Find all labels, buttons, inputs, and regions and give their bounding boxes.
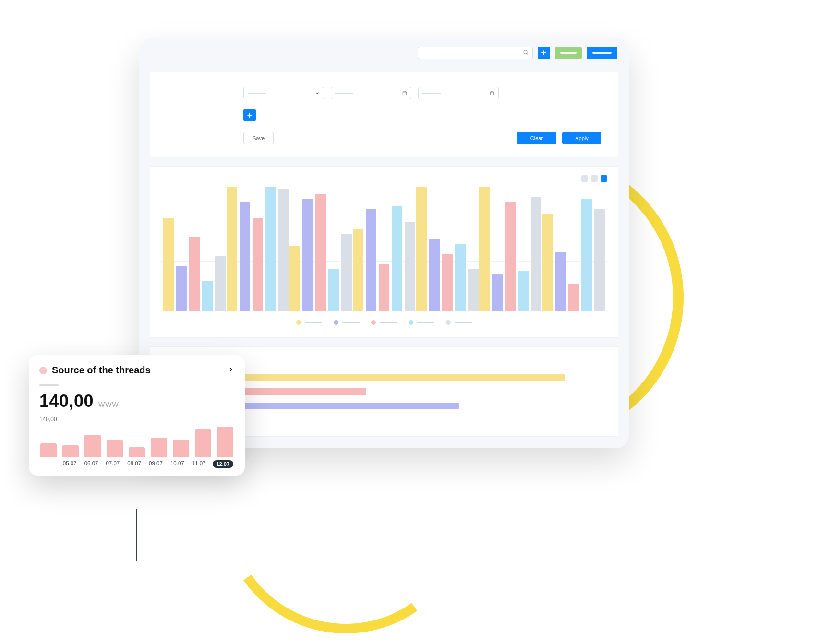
source-mini-bar-chart: 05.0706.0707.0708.0709.0710.0711.0712.07 bbox=[39, 426, 234, 468]
legend-dot bbox=[334, 320, 338, 325]
bar bbox=[555, 252, 566, 311]
bar bbox=[429, 239, 440, 311]
bar bbox=[227, 187, 237, 311]
mini-bar bbox=[84, 435, 101, 457]
hbar bbox=[239, 388, 366, 395]
card-title: Source of the threads bbox=[52, 365, 151, 376]
divider bbox=[39, 384, 59, 386]
x-tick: 05.07 bbox=[62, 460, 78, 468]
mini-bar bbox=[151, 438, 167, 457]
bar-group bbox=[163, 187, 226, 311]
topbar-green-button[interactable] bbox=[555, 47, 582, 59]
bar bbox=[163, 218, 174, 311]
add-filter-button[interactable]: + bbox=[243, 109, 256, 121]
view-option[interactable] bbox=[581, 175, 588, 182]
bar bbox=[392, 206, 402, 311]
main-chart-card bbox=[150, 166, 618, 338]
filter-date-from[interactable] bbox=[331, 87, 411, 99]
bar bbox=[215, 256, 226, 311]
clear-button[interactable]: Clear bbox=[517, 132, 556, 144]
bar bbox=[353, 229, 363, 311]
legend-item bbox=[296, 320, 322, 325]
x-tick bbox=[40, 460, 56, 468]
mini-bar bbox=[217, 427, 233, 457]
legend-item bbox=[409, 320, 434, 325]
bar bbox=[265, 187, 276, 311]
bar bbox=[531, 197, 541, 311]
x-tick: 07.07 bbox=[105, 460, 120, 468]
legend-dot bbox=[296, 320, 301, 325]
metric-value: 140,00 bbox=[39, 391, 94, 411]
chart-legend bbox=[161, 320, 607, 325]
search-input[interactable] bbox=[418, 47, 533, 59]
bar-group bbox=[479, 187, 541, 311]
mini-bar bbox=[173, 440, 189, 457]
add-button[interactable]: + bbox=[538, 47, 550, 59]
pointer-line bbox=[136, 509, 137, 561]
legend-dot bbox=[409, 320, 413, 325]
filters-panel: + Save Clear Apply bbox=[150, 72, 618, 157]
bar bbox=[176, 266, 187, 311]
legend-item bbox=[371, 320, 397, 325]
mini-bar bbox=[107, 440, 123, 457]
bar-group bbox=[416, 187, 479, 311]
button-label bbox=[560, 52, 577, 54]
plus-icon: + bbox=[247, 111, 253, 119]
filter-date-to[interactable] bbox=[418, 87, 499, 99]
bar bbox=[240, 202, 250, 311]
plus-icon: + bbox=[541, 48, 547, 57]
bar bbox=[568, 284, 579, 311]
bar bbox=[581, 199, 592, 311]
calendar-icon bbox=[490, 89, 494, 97]
bar bbox=[479, 187, 490, 311]
bar-group bbox=[353, 187, 415, 311]
filter-select[interactable] bbox=[243, 87, 324, 99]
topbar: + bbox=[139, 38, 629, 67]
bar bbox=[189, 237, 200, 311]
bar bbox=[505, 202, 516, 311]
hbar bbox=[239, 374, 565, 381]
x-tick: 10.07 bbox=[169, 460, 185, 468]
bar bbox=[328, 269, 339, 311]
bar bbox=[253, 218, 263, 311]
metric-unit: WWW bbox=[98, 401, 119, 408]
view-option[interactable] bbox=[591, 175, 598, 182]
y-axis-label: 140,00 bbox=[39, 416, 234, 423]
chevron-down-icon bbox=[315, 89, 320, 97]
save-button[interactable]: Save bbox=[243, 132, 274, 144]
bar bbox=[594, 209, 605, 311]
source-of-threads-card: Source of the threads 140,00 WWW 140,00 … bbox=[29, 355, 245, 476]
bar bbox=[302, 199, 313, 311]
mini-bar bbox=[129, 447, 145, 457]
view-option-active[interactable] bbox=[601, 175, 607, 182]
source-dot-icon bbox=[39, 367, 47, 374]
expand-button[interactable] bbox=[228, 366, 234, 375]
legend-dot bbox=[446, 320, 451, 325]
svg-point-0 bbox=[524, 50, 527, 54]
svg-line-1 bbox=[527, 53, 528, 54]
bar bbox=[341, 234, 352, 311]
main-grouped-bar-chart bbox=[161, 187, 607, 311]
bar bbox=[542, 214, 553, 311]
legend-item bbox=[446, 320, 472, 325]
button-label bbox=[592, 52, 612, 54]
apply-button[interactable]: Apply bbox=[562, 132, 601, 144]
bar bbox=[518, 271, 529, 311]
bar bbox=[202, 281, 213, 311]
x-tick: 11.07 bbox=[191, 460, 207, 468]
bar bbox=[366, 209, 376, 311]
svg-rect-6 bbox=[490, 92, 494, 95]
legend-item bbox=[334, 320, 360, 325]
bar bbox=[379, 264, 389, 311]
calendar-icon bbox=[402, 89, 407, 97]
bar bbox=[468, 269, 479, 311]
search-icon bbox=[523, 48, 529, 57]
mini-bar bbox=[195, 429, 211, 457]
metric-value-row: 140,00 WWW bbox=[39, 391, 234, 411]
bar bbox=[278, 189, 289, 311]
bar-group bbox=[289, 187, 352, 311]
hbar bbox=[239, 403, 459, 409]
legend-dot bbox=[371, 320, 376, 325]
topbar-blue-button[interactable] bbox=[587, 47, 617, 59]
mini-bar bbox=[40, 443, 57, 457]
